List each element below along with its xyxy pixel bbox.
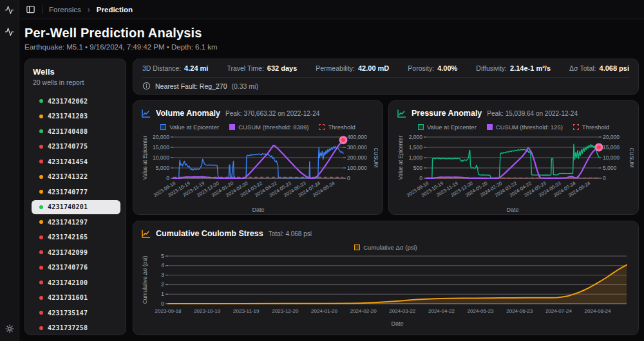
page-subtitle: Earthquake: M5.1 • 9/16/2024, 7:49:42 PM… — [24, 43, 639, 51]
svg-text:500: 500 — [413, 165, 422, 171]
svg-text:Value at Epicenter: Value at Epicenter — [397, 135, 404, 180]
legend-item: Threshold — [319, 124, 355, 131]
svg-text:Date: Date — [391, 320, 403, 327]
well-id: 4231740488 — [48, 128, 88, 135]
status-dot — [39, 129, 43, 133]
well-list-item[interactable]: 4231740776 — [32, 261, 120, 275]
stat-value: 4.24 mi — [184, 64, 208, 72]
well-list-item[interactable]: 4231731601 — [32, 291, 120, 305]
event-marker-core — [597, 145, 601, 149]
nearest-fault-row: Nearest Fault: Reg_270 (0.33 mi) — [142, 77, 629, 94]
legend-label: Threshold — [328, 124, 355, 131]
status-dot — [39, 160, 43, 163]
nearest-fault-label: Nearest Fault: Reg_270 — [155, 82, 227, 90]
well-id: 4231735147 — [48, 309, 88, 317]
well-list-item[interactable]: 4231740201 — [32, 200, 120, 214]
well-list-item[interactable]: 4231742100 — [32, 275, 120, 290]
well-id: 4231740777 — [48, 189, 88, 196]
svg-text:0: 0 — [419, 175, 422, 181]
chart-legend: Value at EpicenterCUSUM (threshold: 8389… — [141, 122, 375, 132]
well-list-item[interactable]: 4231742062 — [32, 94, 120, 108]
series-value-at-epicenter — [173, 146, 343, 178]
pressure-anomaly-plot-area: 05001,0001,5002,00005,00010,00015,00020,… — [397, 132, 630, 217]
status-dot — [39, 326, 43, 330]
stat-label: Travel Time: — [227, 64, 263, 72]
breadcrumb-forensics[interactable]: Forensics — [49, 6, 81, 14]
line-chart-icon — [141, 109, 151, 118]
legend-label: CUSUM (threshold: 8389) — [238, 124, 308, 131]
well-id: 4231740775 — [48, 143, 88, 150]
svg-text:1: 1 — [161, 291, 164, 297]
legend-swatch-outline — [418, 124, 424, 130]
chart-peak-label: Peak: 15,039.64 on 2022-12-24 — [487, 110, 578, 117]
chart-title: Cumulative Coulomb Stress — [156, 229, 263, 238]
stat-value: 4.068 psi — [600, 64, 629, 72]
stat-label: Porosity: — [408, 64, 434, 72]
well-id: 4231741203 — [48, 113, 88, 120]
well-list-item[interactable]: 4231741297 — [32, 215, 120, 229]
activity-pulse-icon — [5, 27, 14, 37]
svg-text:Cumulative Δσ (psi): Cumulative Δσ (psi) — [142, 255, 148, 304]
status-dot — [39, 205, 43, 209]
legend-swatch-solid — [229, 124, 235, 130]
legend-item: Value at Epicenter — [160, 124, 219, 131]
stat: Permeability:42.00 mD — [316, 64, 389, 72]
status-dot — [39, 220, 43, 224]
well-id: 4231741322 — [48, 173, 88, 180]
stat-value: 42.00 mD — [358, 64, 389, 72]
breadcrumb-prediction[interactable]: Prediction — [97, 6, 133, 14]
app-logo[interactable] — [0, 0, 19, 19]
stat: Travel Time:632 days — [227, 64, 297, 72]
well-list-item[interactable]: 4231737258 — [32, 321, 120, 335]
well-list-item[interactable]: 4231741454 — [32, 154, 120, 169]
icon-rail — [0, 0, 19, 341]
nav-item-prediction[interactable] — [0, 22, 19, 41]
svg-text:4: 4 — [161, 262, 164, 268]
legend-swatch-outline — [160, 124, 166, 130]
svg-text:2024-04-22: 2024-04-22 — [428, 308, 455, 314]
svg-text:5,000: 5,000 — [156, 165, 170, 171]
well-list-item[interactable]: 4231741322 — [32, 170, 120, 184]
svg-text:2,000: 2,000 — [409, 134, 423, 140]
axes: 05,00010,00015,00020,0000100,000200,0003… — [142, 134, 378, 214]
svg-text:2024-07-24: 2024-07-24 — [545, 308, 572, 314]
pressure-anomaly-card: Pressure Anomaly Peak: 15,039.64 on 2022… — [388, 100, 639, 215]
status-dot — [39, 235, 43, 239]
stat: Diffusivity:2.14e-1 m²/s — [476, 64, 551, 72]
sidebar-toggle-button[interactable] — [26, 5, 35, 14]
well-list-item[interactable]: 4231740775 — [32, 140, 120, 154]
status-dot — [39, 296, 43, 300]
event-marker-core — [341, 138, 345, 142]
theme-toggle-button[interactable] — [0, 319, 19, 338]
line-chart-icon — [141, 229, 151, 239]
svg-text:2024-03-22: 2024-03-22 — [389, 308, 415, 314]
svg-text:400,000: 400,000 — [347, 134, 367, 140]
chart-title: Volume Anomaly — [156, 109, 220, 118]
status-dot — [39, 250, 43, 254]
volume-anomaly-header: Volume Anomaly Peak: 370,663.32 on 2022-… — [141, 107, 375, 119]
svg-text:2023-11-19: 2023-11-19 — [233, 308, 260, 314]
legend-label: Threshold — [582, 124, 609, 131]
activity-pulse-icon — [5, 5, 14, 15]
volume-anomaly-plot-area: 05,00010,00015,00020,0000100,000200,0003… — [141, 132, 375, 217]
legend-item: Threshold — [573, 124, 609, 131]
well-list-item[interactable]: 4231735147 — [32, 306, 120, 320]
well-list-item[interactable]: 4231742165 — [32, 230, 120, 244]
stat: Porosity:4.00% — [408, 64, 457, 72]
coulomb-stress-plot-area: 0123452023-09-182023-10-192023-11-192023… — [141, 252, 630, 331]
stat: 3D Distance:4.24 mi — [142, 64, 208, 72]
series-value-at-epicenter — [426, 144, 599, 178]
svg-text:5,000: 5,000 — [603, 165, 617, 171]
well-list-item[interactable]: 4231740488 — [32, 124, 120, 138]
svg-text:Date: Date — [506, 207, 518, 213]
stat-label: Δσ Total: — [569, 64, 596, 72]
well-id: 4231740776 — [48, 264, 88, 271]
stats-card: 3D Distance:4.24 miTravel Time:632 daysP… — [133, 59, 639, 95]
well-list-item[interactable]: 4231742099 — [32, 245, 120, 259]
status-dot — [39, 311, 43, 315]
well-id: 4231742062 — [48, 98, 88, 105]
stat-value: 632 days — [267, 64, 297, 72]
well-list-item[interactable]: 4231740777 — [32, 185, 120, 199]
well-id: 4231742165 — [48, 234, 88, 241]
well-list-item[interactable]: 4231741203 — [32, 109, 120, 124]
